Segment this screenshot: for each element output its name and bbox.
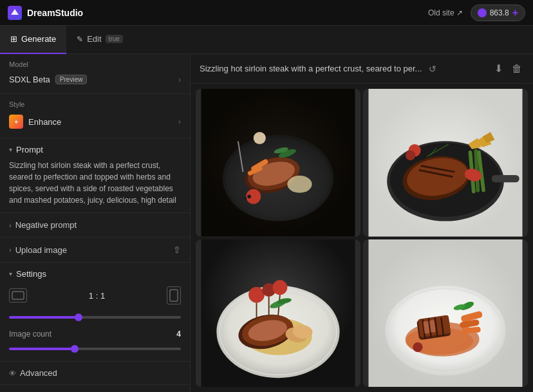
svg-rect-22 (492, 175, 519, 182)
refresh-icon[interactable]: ↺ (427, 62, 438, 76)
advanced-eye-icon: 👁 (9, 369, 16, 377)
prompt-section: ▾ Prompt Sizzling hot sirloin steak with… (0, 138, 190, 213)
style-label: Style (9, 100, 181, 108)
model-selector[interactable]: SDXL Beta Preview › (9, 72, 181, 87)
tab-generate[interactable]: ⊞ Generate (0, 26, 66, 54)
app-title: DreamStudio (27, 8, 83, 18)
negative-prompt-label: Negative prompt (15, 220, 77, 230)
svg-point-9 (287, 176, 312, 193)
upload-image-row[interactable]: › Upload image ⇧ (0, 238, 190, 263)
aspect-ratio-slider[interactable] (9, 316, 181, 319)
tab-edit[interactable]: ✎ Edit true (66, 26, 133, 54)
edit-icon: ✎ (77, 35, 83, 44)
soon-badge: true (106, 35, 123, 43)
download-icon[interactable]: ⬇ (492, 61, 505, 77)
settings-label: Settings (16, 269, 46, 279)
aspect-ratio-value: 1 : 1 (89, 291, 105, 301)
svg-point-17 (244, 197, 247, 200)
prompt-header-label: Prompt (16, 145, 43, 154)
style-name: Enhance (28, 117, 61, 127)
prompt-header[interactable]: ▾ Prompt (9, 145, 181, 154)
image-count-slider-container (9, 342, 181, 352)
model-preview-badge: Preview (55, 75, 88, 84)
top-navigation: DreamStudio Old site ↗ 863.8 + (0, 0, 533, 26)
upload-chevron: › (9, 246, 12, 254)
upload-image-label: Upload image (15, 245, 67, 255)
advanced-label: Advanced (20, 368, 57, 378)
credits-value: 863.8 (490, 8, 509, 17)
chevron-right-icon: › (178, 75, 181, 84)
image-count-value: 4 (176, 330, 181, 339)
mode-tabs: ⊞ Generate ✎ Edit true (0, 26, 533, 54)
style-section: Style ✦ Enhance › (0, 94, 190, 138)
svg-point-15 (254, 132, 266, 144)
tab-generate-label: Generate (21, 34, 56, 44)
prompt-chevron-icon: ▾ (9, 146, 12, 153)
prompt-bar-left: Sizzling hot sirloin steak with a perfec… (200, 62, 492, 76)
settings-section: ▾ Settings 1 : 1 Image count 4 (0, 263, 190, 362)
style-info: ✦ Enhance (9, 115, 61, 129)
image-count-header: Image count 4 (9, 330, 181, 339)
image-cell-3[interactable] (196, 239, 360, 387)
image-count-slider[interactable] (9, 348, 181, 350)
prompt-text[interactable]: Sizzling hot sirloin steak with a perfec… (9, 160, 181, 206)
aspect-ratio-slider-container (9, 311, 181, 321)
svg-point-32 (406, 151, 415, 160)
style-icon: ✦ (9, 115, 23, 129)
external-link-icon: ↗ (456, 8, 463, 17)
settings-chevron: ▾ (9, 270, 12, 277)
main-layout: Model SDXL Beta Preview › Style ✦ Enhanc… (0, 54, 533, 392)
negative-prompt-chevron: › (9, 221, 12, 229)
svg-rect-2 (170, 290, 178, 301)
svg-rect-1 (12, 292, 24, 299)
old-site-link[interactable]: Old site ↗ (428, 8, 463, 17)
model-name: SDXL Beta (9, 75, 50, 84)
negative-prompt-row[interactable]: › Negative prompt (0, 213, 190, 238)
style-selector[interactable]: ✦ Enhance › (9, 112, 181, 131)
portrait-icon (167, 286, 181, 304)
svg-point-16 (247, 194, 251, 198)
settings-header[interactable]: ▾ Settings (9, 269, 181, 279)
prompt-bar: Sizzling hot sirloin steak with a perfec… (191, 54, 533, 84)
app-branding: DreamStudio (8, 6, 83, 20)
content-area: Sizzling hot sirloin steak with a perfec… (191, 54, 533, 392)
topnav-actions: Old site ↗ 863.8 + (428, 5, 525, 21)
style-chevron-icon: › (178, 117, 181, 126)
image-cell-2[interactable] (363, 89, 528, 237)
prompt-bar-actions: ⬇ 🗑 (492, 61, 524, 77)
app-logo (8, 6, 22, 20)
credits-icon (478, 8, 487, 17)
sidebar: Model SDXL Beta Preview › Style ✦ Enhanc… (0, 54, 191, 392)
image-count-label: Image count (9, 330, 51, 339)
svg-marker-0 (11, 9, 19, 15)
dream-button-wrapper: ✦ Dream 3.33 (0, 387, 190, 392)
upload-image-left: › Upload image (9, 245, 67, 255)
model-label: Model (9, 61, 181, 68)
model-info: SDXL Beta Preview (9, 75, 87, 84)
image-grid (191, 84, 533, 392)
aspect-ratio-row: 1 : 1 (9, 286, 181, 304)
image-cell-4[interactable] (363, 239, 528, 387)
credits-add-icon: + (512, 7, 518, 19)
tab-edit-label: Edit (87, 34, 101, 44)
credits-badge[interactable]: 863.8 + (471, 5, 525, 21)
generate-icon: ⊞ (10, 34, 17, 44)
image-cell-1[interactable] (196, 89, 360, 237)
advanced-row[interactable]: 👁 Advanced (0, 362, 190, 385)
negative-prompt-left: › Negative prompt (9, 220, 77, 230)
model-section: Model SDXL Beta Preview › (0, 54, 190, 94)
svg-point-74 (413, 342, 422, 351)
prompt-bar-text: Sizzling hot sirloin steak with a perfec… (200, 64, 422, 73)
landscape-icon (9, 288, 27, 303)
upload-icon: ⇧ (173, 245, 181, 255)
svg-point-50 (272, 280, 287, 295)
trash-icon[interactable]: 🗑 (510, 61, 524, 77)
